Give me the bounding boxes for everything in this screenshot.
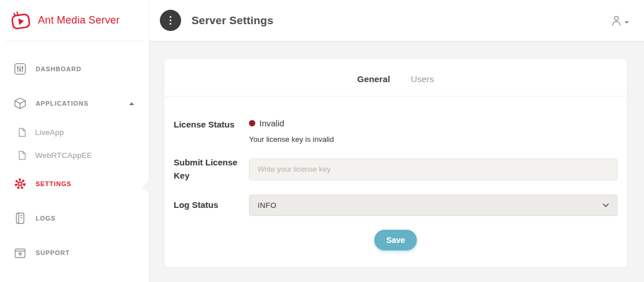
sidebar-item-label: LOGS [36, 215, 56, 222]
kebab-menu-icon [170, 16, 171, 25]
support-icon [14, 246, 26, 259]
logs-icon [14, 212, 26, 225]
server-settings-form: License Status Invalid Your license key … [174, 96, 618, 250]
save-button[interactable]: Save [374, 230, 417, 250]
settings-card: General Users License Status Invalid You… [164, 59, 627, 267]
log-status-select[interactable]: INFO [249, 195, 618, 216]
top-bar: Server Settings [150, 0, 644, 41]
chevron-down-icon [624, 21, 629, 24]
license-status-row: License Status Invalid Your license key … [174, 118, 618, 144]
sidebar-item-applications[interactable]: APPLICATIONS [0, 86, 149, 121]
license-status-text: Invalid [259, 118, 284, 128]
sidebar-item-dashboard[interactable]: DASHBOARD [0, 52, 149, 86]
sidebar-item-label: SUPPORT [36, 249, 70, 256]
sidebar-item-settings[interactable]: SETTINGS [0, 167, 149, 201]
app-root: Ant Media Server DASHBOARD [0, 0, 644, 282]
user-menu[interactable] [611, 15, 629, 26]
tab-users[interactable]: Users [411, 74, 434, 84]
sidebar-item-label: APPLICATIONS [36, 100, 89, 107]
sidebar-item-label: SETTINGS [36, 180, 71, 187]
log-status-row: Log Status INFO [174, 195, 618, 216]
license-status-label: License Status [174, 118, 249, 144]
sidebar-item-logs[interactable]: LOGS [0, 201, 149, 235]
license-status-detail: Your license key is invalid [249, 135, 618, 144]
tab-bar: General Users [174, 59, 618, 84]
active-item-notch [141, 180, 150, 195]
dashboard-icon [14, 63, 26, 75]
license-key-label: Submit License Key [174, 156, 249, 182]
brand[interactable]: Ant Media Server [6, 0, 143, 41]
sidebar-item-webrtcappee[interactable]: WebRTCAppEE [0, 144, 149, 167]
status-dot-icon [249, 120, 255, 126]
sidebar-item-support[interactable]: SUPPORT [0, 235, 149, 270]
file-icon [17, 128, 27, 137]
brand-name: Ant Media Server [38, 14, 120, 26]
sidebar-item-label: DASHBOARD [36, 65, 82, 72]
chevron-down-icon [603, 203, 609, 207]
sidebar-item-liveapp[interactable]: LiveApp [0, 121, 149, 144]
log-status-selected-value: INFO [258, 201, 277, 210]
applications-icon [14, 97, 26, 110]
log-status-label: Log Status [174, 199, 249, 212]
person-icon [611, 15, 622, 26]
main-area: Server Settings General Users [150, 0, 644, 282]
brand-logo-icon [9, 10, 32, 31]
content-area: General Users License Status Invalid You… [150, 41, 644, 282]
save-row: Save [174, 230, 618, 250]
page-title: Server Settings [191, 14, 273, 27]
license-key-row: Submit License Key [174, 156, 618, 182]
chevron-up-icon[interactable] [129, 102, 134, 105]
gear-icon [14, 177, 26, 190]
license-key-input[interactable] [249, 159, 618, 180]
sidebar-item-label: WebRTCAppEE [35, 151, 92, 160]
license-status-value: Invalid [249, 118, 618, 128]
file-icon [17, 150, 27, 160]
sidebar-item-label: LiveApp [35, 128, 64, 137]
sidebar-nav: DASHBOARD APPLICATIONS [0, 41, 149, 270]
tab-general[interactable]: General [357, 74, 390, 84]
menu-toggle-button[interactable] [160, 10, 181, 31]
sidebar: Ant Media Server DASHBOARD [0, 0, 150, 282]
